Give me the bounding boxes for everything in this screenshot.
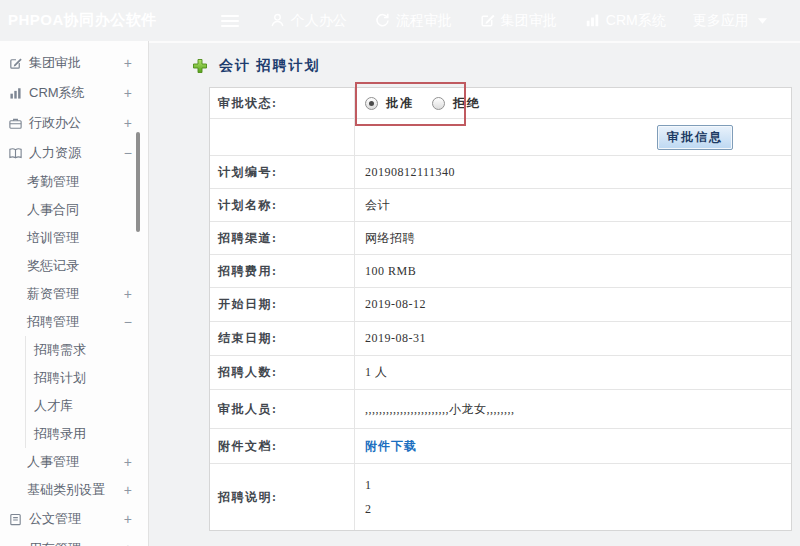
field-label: 招聘渠道: (210, 222, 355, 254)
collapse-minus-icon[interactable]: − (124, 146, 132, 160)
nav-label: 流程审批 (396, 12, 452, 30)
radio-approve-label: 批准 (386, 95, 414, 112)
sidebar-item-admin-office[interactable]: 行政办公 + (0, 108, 148, 138)
person-icon (269, 12, 286, 29)
sidebar-item-recruit-hire[interactable]: 招聘录用 (26, 420, 148, 448)
expand-plus-icon[interactable]: + (124, 483, 132, 497)
sidebar-item-label: 行政办公 (29, 114, 81, 132)
nav-group-approval[interactable]: 集团审批 (479, 12, 557, 30)
sidebar-item-document-mgmt[interactable]: 公文管理 + (0, 504, 148, 534)
field-value: ,,,,,,,,,,,,,,,,,,,,,,,,小龙女,,,,,,,, (355, 390, 791, 428)
radio-approve[interactable]: 批准 (365, 95, 414, 112)
field-label: 附件文档: (210, 429, 355, 463)
nav-label: 更多应用 (693, 12, 749, 30)
form-row-description: 招聘说明: 1 2 (210, 464, 791, 530)
recruit-submenu: 招聘需求 招聘计划 人才库 招聘录用 (25, 336, 148, 448)
approval-info-button[interactable]: 审批信息 (657, 125, 733, 150)
field-value: 1 2 (355, 464, 791, 530)
chevron-down-icon (758, 18, 767, 24)
sidebar-item-vehicle-mgmt[interactable]: 用车管理 + (0, 534, 148, 546)
sidebar-item-talent-pool[interactable]: 人才库 (26, 392, 148, 420)
hamburger-icon[interactable] (221, 13, 239, 29)
app-logo: PHPOA协同办公软件 (0, 11, 157, 30)
nav-personal-office[interactable]: 个人办公 (269, 12, 347, 30)
field-value: 2019-08-12 (355, 288, 791, 321)
sidebar-item-salary-mgmt[interactable]: 薪资管理 + (0, 280, 148, 308)
app-window: PHPOA协同办公软件 个人办公 流程审批 集团审批 (0, 0, 800, 546)
sidebar-item-label: 考勤管理 (27, 173, 79, 191)
attachment-download-link[interactable]: 附件下载 (365, 438, 417, 455)
form-row-recruit-channel: 招聘渠道: 网络招聘 (210, 222, 791, 255)
sidebar-item-recruit-mgmt[interactable]: 招聘管理 − (0, 308, 148, 336)
expand-plus-icon[interactable]: + (124, 116, 132, 130)
form-row-plan-number: 计划编号: 20190812111340 (210, 156, 791, 189)
expand-plus-icon[interactable]: + (124, 512, 132, 526)
field-label: 招聘费用: (210, 255, 355, 287)
top-nav: 个人办公 流程审批 集团审批 CRM系统 更多应用 (269, 12, 794, 30)
field-value: 1 人 (355, 356, 791, 389)
sidebar-item-label: 招聘录用 (34, 425, 86, 443)
expand-plus-icon[interactable]: + (124, 56, 132, 70)
description-line: 1 (365, 473, 372, 497)
expand-plus-icon[interactable]: + (124, 455, 132, 469)
sidebar-item-attendance-mgmt[interactable]: 考勤管理 (0, 168, 148, 196)
sidebar-item-recruit-plan[interactable]: 招聘计划 (26, 364, 148, 392)
sidebar-item-recruit-demand[interactable]: 招聘需求 (26, 336, 148, 364)
sidebar-item-label: 公文管理 (29, 510, 81, 528)
sidebar-item-crm-system[interactable]: CRM系统 + (0, 78, 148, 108)
nav-label: 集团审批 (501, 12, 557, 30)
approval-form: 审批状态: 批准 拒绝 (209, 87, 792, 531)
sidebar-item-reward-punish[interactable]: 奖惩记录 (0, 252, 148, 280)
sidebar-item-personnel-mgmt[interactable]: 人事管理 + (0, 448, 148, 476)
field-value: 附件下载 (355, 429, 791, 463)
field-label: 招聘说明: (210, 464, 355, 530)
sidebar-item-base-category-settings[interactable]: 基础类别设置 + (0, 476, 148, 504)
nav-label: CRM系统 (606, 12, 666, 30)
field-value: 网络招聘 (355, 222, 791, 254)
sidebar-item-label: 招聘管理 (27, 313, 79, 331)
sidebar-item-group-approval[interactable]: 集团审批 + (0, 48, 148, 78)
field-label: 计划名称: (210, 189, 355, 221)
nav-label: 个人办公 (291, 12, 347, 30)
button-cell: 审批信息 (355, 119, 791, 155)
sidebar-item-hr-contract[interactable]: 人事合同 (0, 196, 148, 224)
sidebar-item-label: 基础类别设置 (27, 481, 105, 499)
expand-plus-icon[interactable]: + (124, 86, 132, 100)
field-value: 2019-08-31 (355, 322, 791, 355)
sidebar-item-label: 人力资源 (29, 144, 81, 162)
sidebar-item-label: 人事合同 (27, 201, 79, 219)
sidebar-item-label: CRM系统 (29, 84, 85, 102)
sidebar-item-label: 招聘需求 (34, 341, 86, 359)
nav-more-apps[interactable]: 更多应用 (693, 12, 767, 30)
status-label: 审批状态: (210, 88, 355, 118)
sidebar: 集团审批 + CRM系统 + 行政办公 + 人 (0, 41, 149, 546)
field-value: 20190812111340 (355, 156, 791, 188)
content-area: 会计 招聘计划 审批状态: 批准 拒绝 (149, 41, 800, 546)
field-value: 100 RMB (355, 255, 791, 287)
expand-plus-icon[interactable]: + (124, 287, 132, 301)
collapse-minus-icon[interactable]: − (124, 315, 132, 329)
form-row-recruit-cost: 招聘费用: 100 RMB (210, 255, 791, 288)
nav-crm-system[interactable]: CRM系统 (584, 12, 666, 30)
form-row-attachment: 附件文档: 附件下载 (210, 429, 791, 464)
form-row-status: 审批状态: 批准 拒绝 (210, 88, 791, 119)
field-value: 会计 (355, 189, 791, 221)
form-row-approvers: 审批人员: ,,,,,,,,,,,,,,,,,,,,,,,,小龙女,,,,,,,… (210, 390, 791, 429)
sidebar-item-training-mgmt[interactable]: 培训管理 (0, 224, 148, 252)
radio-reject[interactable]: 拒绝 (432, 95, 481, 112)
radio-reject-control[interactable] (432, 97, 445, 110)
edit-square-icon (479, 12, 496, 29)
expand-plus-icon[interactable]: + (124, 542, 132, 546)
empty-label-cell (210, 119, 355, 155)
field-label: 结束日期: (210, 322, 355, 355)
form-row-end-date: 结束日期: 2019-08-31 (210, 322, 791, 356)
briefcase-icon (8, 116, 23, 131)
sidebar-scrollbar[interactable] (136, 132, 140, 232)
sidebar-item-human-resources[interactable]: 人力资源 − (0, 138, 148, 168)
form-row-headcount: 招聘人数: 1 人 (210, 356, 791, 390)
field-label: 开始日期: (210, 288, 355, 321)
sidebar-item-label: 人事管理 (27, 453, 79, 471)
car-icon (8, 542, 23, 546)
radio-approve-control[interactable] (365, 97, 378, 110)
nav-process-approval[interactable]: 流程审批 (374, 12, 452, 30)
